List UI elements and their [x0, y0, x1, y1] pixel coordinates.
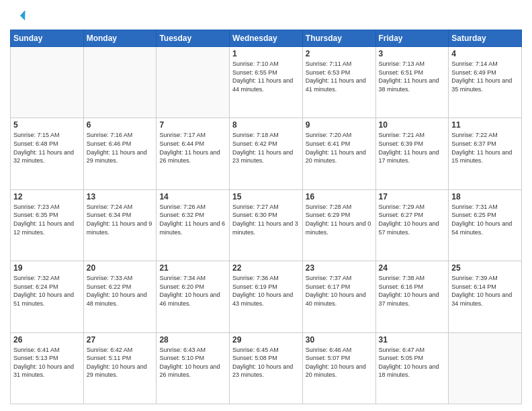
day-info: Sunrise: 7:29 AM Sunset: 6:27 PM Dayligh… [379, 203, 446, 236]
calendar-cell: 25Sunrise: 7:39 AM Sunset: 6:14 PM Dayli… [449, 261, 522, 332]
calendar-cell: 11Sunrise: 7:22 AM Sunset: 6:37 PM Dayli… [449, 118, 522, 189]
week-row-1: 5Sunrise: 7:15 AM Sunset: 6:48 PM Daylig… [11, 118, 522, 189]
calendar-cell: 16Sunrise: 7:28 AM Sunset: 6:29 PM Dayli… [302, 189, 375, 261]
calendar-cell: 17Sunrise: 7:29 AM Sunset: 6:27 PM Dayli… [375, 189, 449, 261]
day-info: Sunrise: 7:13 AM Sunset: 6:51 PM Dayligh… [379, 60, 446, 93]
day-number: 18 [451, 192, 519, 201]
calendar-cell: 5Sunrise: 7:15 AM Sunset: 6:48 PM Daylig… [11, 118, 84, 189]
day-number: 16 [306, 192, 373, 201]
day-number: 4 [451, 49, 519, 58]
weekday-header-thursday: Thursday [302, 30, 375, 47]
day-number: 23 [306, 263, 373, 273]
day-number: 20 [87, 263, 154, 273]
day-number: 11 [451, 120, 519, 130]
calendar-cell [11, 47, 84, 118]
day-number: 21 [159, 263, 226, 273]
day-info: Sunrise: 7:23 AM Sunset: 6:35 PM Dayligh… [13, 203, 81, 236]
calendar-cell: 22Sunrise: 7:36 AM Sunset: 6:19 PM Dayli… [230, 261, 303, 332]
day-info: Sunrise: 7:34 AM Sunset: 6:20 PM Dayligh… [159, 274, 226, 308]
day-number: 26 [13, 335, 81, 345]
calendar-cell: 18Sunrise: 7:31 AM Sunset: 6:25 PM Dayli… [449, 189, 522, 261]
calendar-cell: 30Sunrise: 6:46 AM Sunset: 5:07 PM Dayli… [302, 332, 375, 404]
day-info: Sunrise: 7:10 AM Sunset: 6:55 PM Dayligh… [232, 60, 300, 93]
day-info: Sunrise: 7:22 AM Sunset: 6:37 PM Dayligh… [451, 131, 519, 165]
day-info: Sunrise: 7:36 AM Sunset: 6:19 PM Dayligh… [232, 274, 300, 308]
weekday-header-saturday: Saturday [449, 30, 522, 47]
day-info: Sunrise: 7:28 AM Sunset: 6:29 PM Dayligh… [306, 203, 373, 236]
day-info: Sunrise: 7:26 AM Sunset: 6:32 PM Dayligh… [159, 203, 226, 236]
calendar-cell: 6Sunrise: 7:16 AM Sunset: 6:46 PM Daylig… [83, 118, 157, 189]
day-number: 24 [379, 263, 446, 273]
calendar-cell: 29Sunrise: 6:45 AM Sunset: 5:08 PM Dayli… [230, 332, 303, 404]
day-info: Sunrise: 7:38 AM Sunset: 6:16 PM Dayligh… [379, 274, 446, 308]
calendar-cell [83, 47, 157, 118]
calendar-cell: 12Sunrise: 7:23 AM Sunset: 6:35 PM Dayli… [11, 189, 84, 261]
calendar-cell: 4Sunrise: 7:14 AM Sunset: 6:49 PM Daylig… [449, 47, 522, 118]
day-number: 9 [306, 120, 373, 130]
day-info: Sunrise: 7:32 AM Sunset: 6:24 PM Dayligh… [13, 274, 81, 308]
calendar-cell: 2Sunrise: 7:11 AM Sunset: 6:53 PM Daylig… [302, 47, 375, 118]
day-number: 29 [232, 335, 300, 345]
weekday-header-wednesday: Wednesday [230, 30, 303, 47]
day-number: 31 [379, 335, 446, 345]
day-number: 27 [87, 335, 154, 345]
day-number: 10 [379, 120, 446, 130]
day-info: Sunrise: 7:33 AM Sunset: 6:22 PM Dayligh… [87, 274, 154, 308]
week-row-0: 1Sunrise: 7:10 AM Sunset: 6:55 PM Daylig… [11, 47, 522, 118]
calendar-cell: 28Sunrise: 6:43 AM Sunset: 5:10 PM Dayli… [157, 332, 230, 404]
week-row-2: 12Sunrise: 7:23 AM Sunset: 6:35 PM Dayli… [11, 189, 522, 261]
calendar-cell: 19Sunrise: 7:32 AM Sunset: 6:24 PM Dayli… [11, 261, 84, 332]
calendar-cell: 23Sunrise: 7:37 AM Sunset: 6:17 PM Dayli… [302, 261, 375, 332]
weekday-header-friday: Friday [375, 30, 449, 47]
day-number: 15 [232, 192, 300, 201]
calendar-cell: 26Sunrise: 6:41 AM Sunset: 5:13 PM Dayli… [11, 332, 84, 404]
day-number: 19 [13, 263, 81, 273]
calendar-table: SundayMondayTuesdayWednesdayThursdayFrid… [10, 30, 522, 404]
day-info: Sunrise: 7:24 AM Sunset: 6:34 PM Dayligh… [87, 203, 154, 236]
week-row-3: 19Sunrise: 7:32 AM Sunset: 6:24 PM Dayli… [11, 261, 522, 332]
calendar-cell: 13Sunrise: 7:24 AM Sunset: 6:34 PM Dayli… [83, 189, 157, 261]
day-info: Sunrise: 6:46 AM Sunset: 5:07 PM Dayligh… [306, 346, 373, 379]
day-number: 8 [232, 120, 300, 130]
calendar-cell: 9Sunrise: 7:20 AM Sunset: 6:41 PM Daylig… [302, 118, 375, 189]
day-number: 25 [451, 263, 519, 273]
page: SundayMondayTuesdayWednesdayThursdayFrid… [0, 0, 532, 411]
day-number: 7 [159, 120, 226, 130]
day-info: Sunrise: 7:27 AM Sunset: 6:30 PM Dayligh… [232, 203, 300, 236]
weekday-header-tuesday: Tuesday [157, 30, 230, 47]
logo-icon [11, 9, 26, 24]
day-number: 5 [13, 120, 81, 130]
day-info: Sunrise: 7:21 AM Sunset: 6:39 PM Dayligh… [379, 131, 446, 165]
weekday-header-monday: Monday [83, 30, 157, 47]
day-number: 30 [306, 335, 373, 345]
day-info: Sunrise: 6:47 AM Sunset: 5:05 PM Dayligh… [379, 346, 446, 379]
day-info: Sunrise: 6:43 AM Sunset: 5:10 PM Dayligh… [159, 346, 226, 379]
day-info: Sunrise: 7:18 AM Sunset: 6:42 PM Dayligh… [232, 131, 300, 165]
day-number: 22 [232, 263, 300, 273]
calendar-cell: 15Sunrise: 7:27 AM Sunset: 6:30 PM Dayli… [230, 189, 303, 261]
day-info: Sunrise: 7:20 AM Sunset: 6:41 PM Dayligh… [306, 131, 373, 165]
day-info: Sunrise: 6:42 AM Sunset: 5:11 PM Dayligh… [87, 346, 154, 379]
weekday-header-sunday: Sunday [11, 30, 84, 47]
day-number: 6 [87, 120, 154, 130]
calendar-cell: 14Sunrise: 7:26 AM Sunset: 6:32 PM Dayli… [157, 189, 230, 261]
weekday-header-row: SundayMondayTuesdayWednesdayThursdayFrid… [11, 30, 522, 47]
logo [10, 9, 26, 24]
calendar-cell: 3Sunrise: 7:13 AM Sunset: 6:51 PM Daylig… [375, 47, 449, 118]
day-info: Sunrise: 7:11 AM Sunset: 6:53 PM Dayligh… [306, 60, 373, 93]
calendar-cell: 20Sunrise: 7:33 AM Sunset: 6:22 PM Dayli… [83, 261, 157, 332]
day-number: 13 [87, 192, 154, 201]
day-number: 14 [159, 192, 226, 201]
calendar-cell: 1Sunrise: 7:10 AM Sunset: 6:55 PM Daylig… [230, 47, 303, 118]
calendar-cell: 10Sunrise: 7:21 AM Sunset: 6:39 PM Dayli… [375, 118, 449, 189]
day-info: Sunrise: 7:14 AM Sunset: 6:49 PM Dayligh… [451, 60, 519, 93]
calendar-cell [157, 47, 230, 118]
day-info: Sunrise: 7:16 AM Sunset: 6:46 PM Dayligh… [87, 131, 154, 165]
calendar-cell: 24Sunrise: 7:38 AM Sunset: 6:16 PM Dayli… [375, 261, 449, 332]
day-info: Sunrise: 6:41 AM Sunset: 5:13 PM Dayligh… [13, 346, 81, 379]
calendar-cell [449, 332, 522, 404]
day-number: 1 [232, 49, 300, 58]
calendar-cell: 8Sunrise: 7:18 AM Sunset: 6:42 PM Daylig… [230, 118, 303, 189]
day-number: 12 [13, 192, 81, 201]
calendar-cell: 21Sunrise: 7:34 AM Sunset: 6:20 PM Dayli… [157, 261, 230, 332]
